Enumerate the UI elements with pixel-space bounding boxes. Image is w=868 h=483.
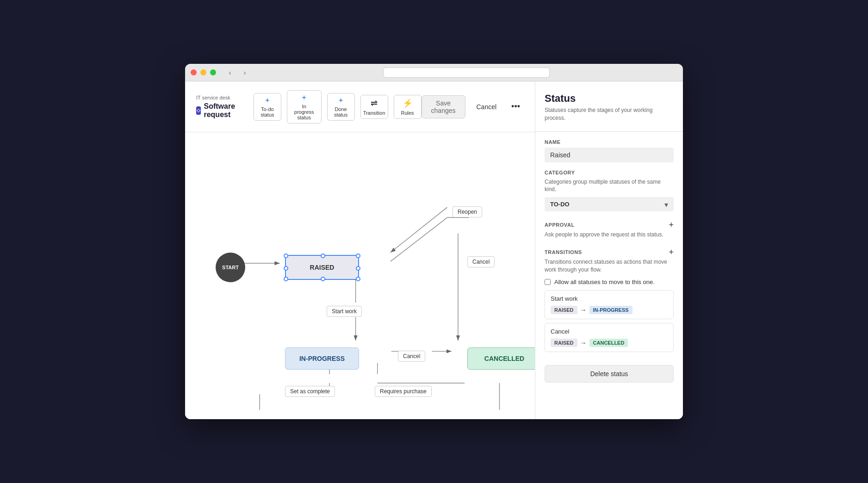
svg-line-8 — [391, 207, 447, 253]
start-label: START — [222, 265, 239, 270]
name-input[interactable] — [545, 148, 674, 162]
done-status-label: Done status — [332, 106, 350, 118]
rules-label: Rules — [401, 110, 414, 116]
transitions-section-header: TRANSITIONS + — [545, 248, 674, 256]
arrow-icon-1: → — [580, 306, 587, 314]
transition-2-to: CANCELLED — [589, 339, 628, 347]
transition-2-name: Cancel — [551, 328, 668, 335]
inprogress-node[interactable]: IN-PROGRESS — [285, 347, 359, 370]
transition-button[interactable]: ⇌ Transition — [360, 95, 388, 119]
transition-card-2[interactable]: Cancel RAISED → CANCELLED — [545, 323, 674, 352]
toolbar-actions: + To-do status + In progress status + Do… — [254, 90, 422, 124]
approval-add-button[interactable]: + — [669, 221, 674, 229]
maximize-dot[interactable] — [210, 69, 216, 75]
app-window: ‹ › IT service desk ◇ Software request + — [185, 64, 683, 419]
sidebar: Status Statuses capture the stages of yo… — [535, 81, 683, 419]
titlebar: ‹ › — [185, 64, 683, 81]
cancel-mid-label[interactable]: Cancel — [398, 351, 425, 362]
handle-tl[interactable] — [284, 254, 288, 258]
project-icon: ◇ — [196, 106, 201, 115]
toolbar-right: Save changes Cancel ••• — [422, 95, 524, 118]
transition-1-from: RAISED — [551, 306, 577, 314]
breadcrumb: IT service desk — [196, 95, 239, 100]
transition-1-name: Start work — [551, 295, 668, 302]
more-button[interactable]: ••• — [508, 98, 524, 115]
handle-tc[interactable] — [321, 254, 325, 258]
cancelled-node[interactable]: CANCELLED — [467, 347, 535, 370]
handle-bl[interactable] — [284, 277, 288, 281]
main-area: IT service desk ◇ Software request + To-… — [185, 81, 535, 419]
handle-br[interactable] — [356, 277, 360, 281]
canvas-area: START RAISED — [185, 132, 535, 419]
raised-node[interactable]: RAISED — [285, 255, 359, 280]
sidebar-subtitle: Statuses capture the stages of your work… — [545, 106, 674, 122]
arrows-svg — [194, 142, 526, 410]
transition-1-to: IN-PROGRESS — [589, 306, 632, 314]
delete-status-button[interactable]: Delete status — [545, 365, 674, 383]
flow-diagram: START RAISED — [194, 142, 526, 410]
close-dot[interactable] — [191, 69, 197, 75]
todo-status-button[interactable]: + To-do status — [254, 93, 281, 121]
plus-icon: + — [265, 96, 269, 105]
todo-status-label: To-do status — [259, 106, 276, 118]
minimize-dot[interactable] — [200, 69, 206, 75]
transition-icon: ⇌ — [371, 98, 378, 108]
sidebar-title: Status — [545, 93, 674, 105]
allow-all-label: Allow all statuses to move to this one. — [554, 279, 655, 285]
rules-button[interactable]: ⚡ Rules — [394, 95, 422, 119]
url-bar[interactable] — [383, 68, 550, 78]
set-complete-left-label[interactable]: Set as complete — [285, 386, 335, 397]
category-desc: Categories group multiple statuses of th… — [545, 178, 674, 194]
plus-icon-2: + — [302, 93, 306, 102]
approval-section-header: APPROVAL + — [545, 221, 674, 229]
cancel-top-label[interactable]: Cancel — [467, 256, 495, 267]
handle-mr[interactable] — [356, 266, 360, 271]
cancel-button[interactable]: Cancel — [469, 99, 504, 114]
transition-2-from: RAISED — [551, 339, 577, 347]
svg-line-4 — [391, 217, 447, 261]
handle-ml[interactable] — [284, 266, 288, 271]
divider-1 — [535, 131, 683, 132]
transition-2-flow: RAISED → CANCELLED — [551, 339, 668, 347]
allow-all-checkbox[interactable] — [545, 279, 551, 285]
start-work-label[interactable]: Start work — [327, 306, 362, 317]
inprogress-label: IN-PROGRESS — [299, 355, 345, 362]
transitions-desc: Transitions connect statuses as actions … — [545, 258, 674, 274]
category-select[interactable]: TO-DO IN-PROGRESS DONE — [545, 197, 674, 211]
plus-icon-3: + — [339, 96, 343, 105]
inprogress-status-button[interactable]: + In progress status — [287, 90, 322, 124]
project-name: Software request — [204, 102, 238, 119]
nav-back-button[interactable]: ‹ — [223, 68, 236, 77]
transitions-label: TRANSITIONS — [545, 249, 582, 255]
transition-card-1[interactable]: Start work RAISED → IN-PROGRESS — [545, 290, 674, 319]
raised-label: RAISED — [310, 264, 335, 271]
transitions-add-button[interactable]: + — [669, 248, 674, 256]
arrow-icon-2: → — [580, 339, 587, 347]
transition-label: Transition — [363, 110, 385, 116]
done-status-button[interactable]: + Done status — [327, 93, 355, 121]
toolbar-left: IT service desk ◇ Software request — [196, 95, 239, 119]
save-button[interactable]: Save changes — [422, 95, 465, 118]
handle-tr[interactable] — [356, 254, 360, 258]
allow-all-row: Allow all statuses to move to this one. — [545, 279, 674, 285]
approval-label: APPROVAL — [545, 222, 575, 228]
name-section-label: NAME — [545, 139, 674, 145]
start-node[interactable]: START — [216, 253, 245, 282]
app-container: IT service desk ◇ Software request + To-… — [185, 81, 683, 419]
reopen-label[interactable]: Reopen — [453, 206, 482, 217]
category-section-label: CATEGORY — [545, 170, 674, 175]
rules-icon: ⚡ — [403, 98, 413, 108]
project-title: ◇ Software request — [196, 102, 239, 119]
nav-forward-button[interactable]: › — [238, 68, 251, 77]
category-select-wrapper: TO-DO IN-PROGRESS DONE — [545, 197, 674, 211]
handle-bc[interactable] — [321, 277, 325, 281]
approval-desc: Ask people to approve the request at thi… — [545, 231, 674, 239]
nav-buttons: ‹ › — [223, 68, 251, 77]
requires-purchase-label[interactable]: Requires purchase — [375, 386, 432, 397]
cancelled-label: CANCELLED — [484, 355, 524, 362]
inprogress-status-label: In progress status — [292, 104, 316, 120]
toolbar: IT service desk ◇ Software request + To-… — [185, 81, 535, 132]
transition-1-flow: RAISED → IN-PROGRESS — [551, 306, 668, 314]
